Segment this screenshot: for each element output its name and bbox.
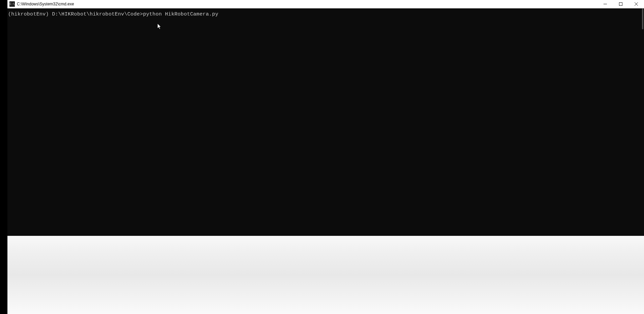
- close-button[interactable]: [628, 0, 644, 8]
- scrollbar-track[interactable]: [639, 8, 644, 236]
- close-icon: [635, 2, 638, 6]
- scrollbar-thumb[interactable]: [642, 8, 643, 29]
- terminal-output[interactable]: (hikrobotEnv) D:\HIKRobot\hikrobotEnv\Co…: [7, 8, 644, 236]
- prompt-line: (hikrobotEnv) D:\HIKRobot\hikrobotEnv\Co…: [8, 11, 643, 18]
- maximize-button[interactable]: [613, 0, 628, 8]
- left-margin-strip: [0, 0, 7, 314]
- window-title: C:\Windows\System32\cmd.exe: [17, 2, 597, 6]
- titlebar[interactable]: C:\ C:\Windows\System32\cmd.exe: [7, 0, 644, 8]
- cmd-icon: C:\: [9, 1, 15, 7]
- window-controls: [597, 0, 644, 8]
- maximize-icon: [619, 2, 622, 6]
- cmd-window: C:\ C:\Windows\System32\cmd.exe (hi: [7, 0, 644, 236]
- bottom-background-area: [7, 236, 644, 314]
- minimize-icon: [604, 2, 607, 6]
- svg-rect-1: [619, 3, 622, 6]
- minimize-button[interactable]: [597, 0, 613, 8]
